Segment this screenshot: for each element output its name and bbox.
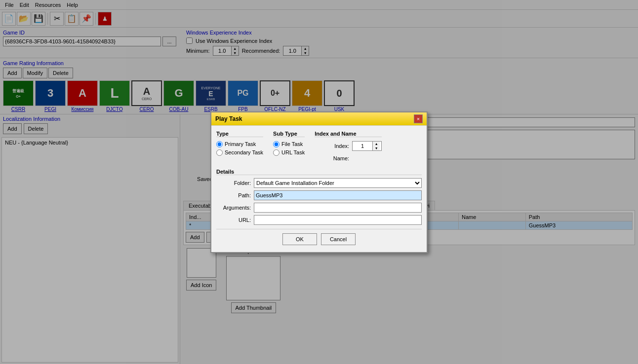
type-group: Type Primary Task Secondary Task — [216, 131, 263, 164]
dialog-cancel-btn[interactable]: Cancel — [321, 233, 356, 245]
dialog-ok-btn[interactable]: OK — [282, 233, 317, 245]
index-spinner: ▲ ▼ — [352, 141, 382, 151]
folder-label: Folder: — [216, 180, 251, 186]
index-input[interactable] — [353, 142, 372, 150]
primary-task-radio[interactable] — [216, 141, 223, 147]
sub-type-group: Sub Type File Task URL Task — [273, 131, 305, 164]
arguments-row: Arguments: — [216, 203, 422, 213]
arguments-label: Arguments: — [216, 205, 251, 211]
folder-row: Folder: Default Game Installation Folder — [216, 178, 422, 188]
index-up[interactable]: ▲ — [373, 142, 380, 146]
name-row: Name: — [315, 155, 382, 161]
folder-select[interactable]: Default Game Installation Folder — [254, 178, 422, 188]
url-task-radio[interactable] — [273, 149, 279, 156]
play-task-dialog: Play Task × Type Primary Task Secondary … — [210, 111, 428, 253]
dialog-top-section: Type Primary Task Secondary Task Sub Typ… — [216, 131, 422, 164]
url-row: URL: — [216, 215, 422, 225]
file-task-radio-row: File Task — [273, 141, 305, 147]
name-label: Name: — [315, 155, 349, 161]
index-row: Index: ▲ ▼ — [315, 141, 382, 151]
url-label: URL: — [216, 217, 251, 223]
dialog-overlay: Play Task × Type Primary Task Secondary … — [0, 0, 638, 364]
dialog-buttons: OK Cancel — [216, 229, 422, 247]
arguments-input[interactable] — [254, 203, 422, 213]
path-input[interactable] — [254, 190, 422, 200]
dialog-details: Details Folder: Default Game Installatio… — [216, 169, 422, 225]
path-label: Path: — [216, 192, 251, 198]
url-task-label: URL Task — [281, 149, 305, 155]
dialog-details-title: Details — [216, 169, 422, 175]
file-task-label: File Task — [281, 141, 303, 147]
index-name-title: Index and Name — [315, 131, 382, 137]
secondary-task-label: Secondary Task — [225, 149, 263, 155]
index-arrows: ▲ ▼ — [372, 142, 380, 150]
secondary-task-radio-row: Secondary Task — [216, 149, 263, 156]
index-name-group: Index and Name Index: ▲ ▼ Name: — [315, 131, 382, 164]
dialog-close-btn[interactable]: × — [414, 114, 423, 123]
index-down[interactable]: ▼ — [373, 146, 380, 150]
sub-type-group-title: Sub Type — [273, 131, 305, 137]
url-task-radio-row: URL Task — [273, 149, 305, 156]
file-task-radio[interactable] — [273, 141, 279, 147]
dialog-title-bar: Play Task × — [211, 112, 427, 126]
dialog-body: Type Primary Task Secondary Task Sub Typ… — [211, 126, 427, 252]
type-group-title: Type — [216, 131, 263, 137]
path-row: Path: — [216, 190, 422, 200]
primary-task-radio-row: Primary Task — [216, 141, 263, 147]
primary-task-label: Primary Task — [225, 141, 256, 147]
secondary-task-radio[interactable] — [216, 149, 223, 156]
url-input[interactable] — [254, 215, 422, 225]
dialog-title: Play Task — [215, 115, 242, 122]
index-label: Index: — [315, 143, 349, 149]
